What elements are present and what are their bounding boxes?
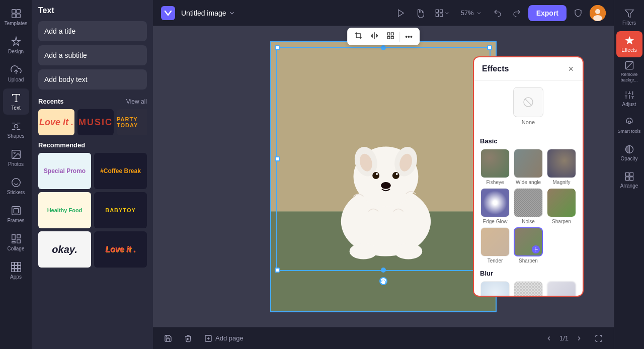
right-tool-smart-tools[interactable]: Smart tools [616,113,642,139]
doc-name-text: Untitled image [181,9,226,17]
fullscreen-button[interactable] [592,331,606,345]
view-toggle-button[interactable] [432,6,453,21]
sidebar-item-photos[interactable]: Photos [3,145,29,171]
more-button[interactable]: ••• [402,31,416,43]
arrange-icon [624,171,634,182]
recent-item-loveit[interactable]: Love it . [38,109,74,135]
page-next-button[interactable] [573,332,586,345]
shield-icon [574,9,583,18]
shield-button[interactable] [571,6,586,21]
right-tool-arrange[interactable]: Arrange [616,167,642,193]
rec-item-okay[interactable]: okay. [38,231,91,268]
rec-item-healthy-food[interactable]: Healthy Food [38,192,91,228]
noise-thumb [514,188,543,217]
magnify-label: Magnify [552,180,570,185]
canva-logo[interactable] [161,6,175,20]
svg-rect-2 [12,14,15,18]
right-tool-opacity[interactable]: Opacity [616,140,642,166]
undo-button[interactable] [490,6,505,21]
svg-rect-18 [17,240,20,243]
add-page-button[interactable]: Add page [201,331,247,345]
effect-lowquality[interactable]: Low Quality [513,281,543,296]
effect-bubble[interactable]: Bubble [480,281,510,296]
sidebar-item-stickers[interactable]: Stickers [3,173,29,199]
add-body-button[interactable]: Add body text [38,69,147,90]
magnify-thumb [547,149,576,178]
sidebar-item-shapes[interactable]: Shapes [3,117,29,143]
rec-item-babytoy[interactable]: BABYTOY [94,192,147,228]
svg-point-47 [376,173,378,175]
prev-icon [545,335,552,342]
right-tool-remove-bg[interactable]: Remove backgr... [616,58,642,84]
effect-sharpen1[interactable]: Sharpen [546,188,577,224]
effect-fisheye[interactable]: Fisheye [480,149,510,185]
right-tool-effects[interactable]: Effects [616,31,642,57]
add-page-label: Add page [215,334,244,342]
sidebar-item-photos-label: Photos [8,161,24,167]
effect-tender[interactable]: Tender [480,227,510,264]
effect-blur[interactable]: Blur [546,281,577,296]
recent-item-music[interactable]: MUSIC [77,109,114,135]
hand-tool-button[interactable] [413,6,428,21]
blur-section-label: Blur [480,270,577,277]
recent-item-party[interactable]: PARTY TODAY [117,109,147,135]
recent-party-label: PARTY TODAY [117,116,147,128]
crop-button[interactable] [351,30,365,43]
sidebar-item-upload[interactable]: Upload [3,60,29,86]
redo-icon [512,9,521,18]
sidebar-item-stickers-label: Stickers [7,190,25,195]
canvas-frame[interactable]: ••• [270,41,497,312]
svg-rect-24 [18,266,20,269]
add-title-button[interactable]: Add a title [38,21,147,41]
effect-noise[interactable]: Noise [513,188,543,224]
none-effect[interactable]: None [480,87,577,131]
view-chevron [444,10,450,16]
canvas-image: ••• [271,42,496,311]
user-avatar[interactable] [590,5,606,21]
rec-healthy-label: Healthy Food [47,207,83,213]
add-to-page-button[interactable] [161,331,175,345]
svg-rect-16 [17,235,20,238]
right-tool-filters-label: Filters [622,20,636,26]
redo-button[interactable] [509,6,524,21]
top-tools: 57% Export [393,5,606,21]
effects-close-button[interactable]: × [567,63,575,74]
effects-panel: Effects × None Basic [473,56,584,297]
sidebar-item-collage[interactable]: Collage [3,229,29,255]
trash-button[interactable] [181,331,195,345]
right-tool-filters[interactable]: Filters [616,4,642,30]
arrow-tool-button[interactable] [393,6,409,21]
add-subtitle-button[interactable]: Add a subtitle [38,45,147,65]
effect-wideangle[interactable]: Wide angle [513,149,543,185]
rec-special-promo-label: Special Promo [44,167,86,175]
effect-edgeglow[interactable]: Edge Glow [480,188,510,224]
export-button[interactable]: Export [528,5,567,21]
svg-rect-77 [629,173,633,177]
rec-item-love-it2[interactable]: Love it . [94,231,147,268]
svg-rect-30 [440,10,442,12]
sidebar-item-apps[interactable]: Apps [3,257,29,284]
sidebar-item-frames[interactable]: Frames [3,201,29,227]
zoom-button[interactable]: 57% [457,7,486,19]
sharpen1-thumb [547,188,576,217]
sidebar-item-templates[interactable]: Templates [3,4,29,30]
sidebar-item-text[interactable]: Text [3,89,29,115]
sidebar-item-apps-label: Apps [10,274,22,280]
none-box [513,87,543,117]
recent-loveit-label: Love it . [39,117,73,128]
effect-magnify[interactable]: Magnify [546,149,577,185]
basic-section-label: Basic [480,137,577,145]
sidebar-item-design[interactable]: Design [3,32,29,58]
rec-item-special-promo[interactable]: Special Promo [38,153,91,189]
view-all-link[interactable]: View all [126,98,147,105]
recommended-title: Recommended [38,141,147,149]
rec-item-coffee-break[interactable]: #Coffee Break [94,153,147,189]
effect-sharpen2[interactable]: Sharpen [513,227,543,264]
edgeglow-thumb [480,188,510,217]
right-tool-adjust[interactable]: Adjust [616,85,642,112]
doc-name[interactable]: Untitled image [181,9,235,17]
svg-rect-76 [625,173,629,177]
recents-row: Love it . MUSIC PARTY TODAY › [38,109,147,135]
page-prev-button[interactable] [542,332,555,345]
sidebar-item-templates-label: Templates [5,21,28,26]
